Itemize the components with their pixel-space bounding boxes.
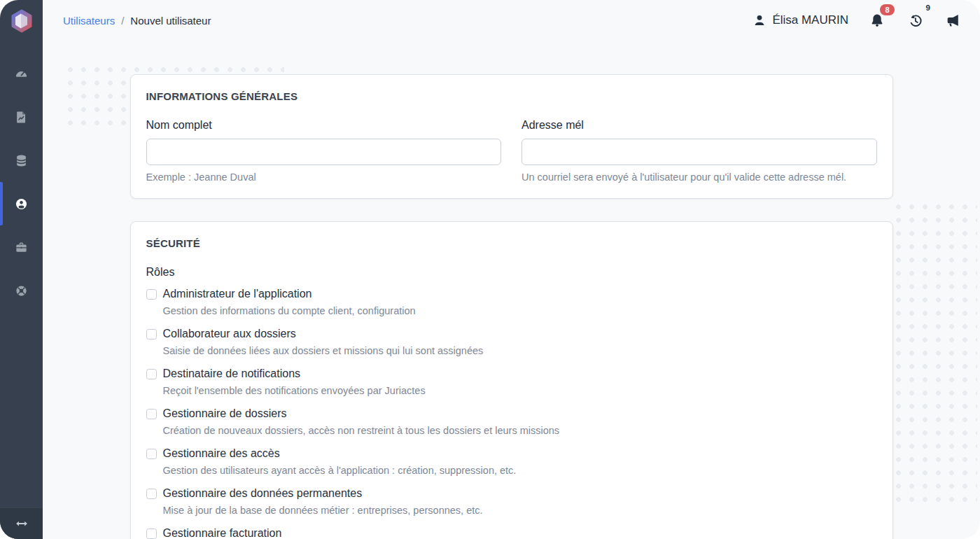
current-user-menu[interactable]: Élisa MAURIN [752, 13, 848, 27]
role-checkbox-gestionnaire-facturation[interactable] [146, 528, 157, 539]
role-label: Destinataire de notifications [163, 366, 301, 382]
security-card: SÉCURITÉ Rôles Administrateur de l'appli… [130, 221, 893, 539]
dashboard-gauge-icon [15, 67, 28, 80]
role-label: Gestionnaire des accès [163, 446, 280, 461]
sidebar-item-support[interactable] [0, 269, 43, 312]
role-description: Gestion des utilisateurs ayant accès à l… [146, 463, 877, 478]
breadcrumb-separator: / [121, 15, 124, 27]
role-row-gestionnaire-facturation: Gestionnaire facturation [146, 526, 877, 539]
email-field-group: Adresse mél Un courriel sera envoyé à l'… [522, 119, 877, 183]
app-logo[interactable] [10, 9, 33, 33]
history-button[interactable]: 9 [906, 11, 924, 29]
role-row-collaborateur: Collaborateur aux dossiers Saisie de don… [146, 326, 877, 358]
sidebar [0, 0, 43, 539]
role-row-administrateur: Administrateur de l'application Gestion … [146, 286, 877, 318]
role-checkbox-gestionnaire-donnees[interactable] [146, 489, 157, 499]
role-label: Administrateur de l'application [163, 286, 312, 302]
main-area: INFORMATIONS GÉNÉRALES Nom complet Exemp… [43, 41, 980, 539]
breadcrumb-link-utilisateurs[interactable]: Utilisateurs [63, 15, 115, 27]
full-name-input[interactable] [146, 139, 502, 165]
document-report-icon [15, 111, 28, 124]
role-label: Gestionnaire des données permanentes [163, 486, 363, 501]
breadcrumb-current-page: Nouvel utilisateur [130, 15, 211, 27]
sidebar-item-documents[interactable] [0, 95, 43, 139]
role-checkbox-gestionnaire-acces[interactable] [146, 449, 157, 459]
general-info-fields: Nom complet Exemple : Jeanne Duval Adres… [146, 119, 877, 183]
role-checkbox-administrateur[interactable] [146, 289, 157, 300]
sidebar-collapse-toggle[interactable] [0, 507, 43, 539]
role-label: Collaborateur aux dossiers [163, 326, 296, 342]
role-description: Gestion des informations du compte clien… [146, 303, 877, 318]
role-description: Saisie de données liées aux dossiers et … [146, 343, 877, 358]
history-count: 9 [926, 4, 930, 12]
email-label: Adresse mél [522, 119, 877, 132]
role-checkbox-gestionnaire-dossiers[interactable] [146, 409, 157, 419]
user-circle-icon [15, 197, 28, 211]
history-icon [907, 13, 923, 28]
bell-icon [869, 13, 885, 28]
user-icon [752, 13, 766, 27]
role-row-destinataire: Destinataire de notifications Reçoit l'e… [146, 366, 877, 398]
role-label: Gestionnaire de dossiers [163, 406, 287, 421]
general-info-card-title: INFORMATIONS GÉNÉRALES [146, 90, 877, 102]
hexagon-logo-icon [10, 9, 33, 33]
header-actions: Élisa MAURIN 8 9 [752, 11, 962, 29]
notifications-badge: 8 [880, 4, 895, 15]
role-label: Gestionnaire facturation [163, 526, 282, 539]
content-area: Utilisateurs / Nouvel utilisateur Élisa … [43, 0, 980, 539]
sidebar-item-briefcase[interactable] [0, 225, 43, 269]
role-description: Reçoit l'ensemble des notifications envo… [146, 383, 877, 398]
sidebar-item-dashboard[interactable] [0, 52, 43, 95]
sidebar-item-users[interactable] [0, 182, 43, 225]
security-card-title: SÉCURITÉ [146, 237, 877, 249]
role-description: Création de nouveaux dossiers, accès non… [146, 423, 877, 438]
sidebar-item-database[interactable] [0, 139, 43, 182]
resize-horizontal-icon [15, 519, 28, 528]
role-row-gestionnaire-acces: Gestionnaire des accès Gestion des utili… [146, 446, 877, 478]
current-user-name: Élisa MAURIN [772, 13, 848, 27]
full-name-field-group: Nom complet Exemple : Jeanne Duval [146, 119, 502, 183]
life-ring-icon [15, 284, 28, 298]
roles-label: Rôles [146, 266, 877, 279]
breadcrumb: Utilisateurs / Nouvel utilisateur [63, 15, 211, 27]
announcements-button[interactable] [944, 11, 962, 29]
role-row-gestionnaire-dossiers: Gestionnaire de dossiers Création de nou… [146, 406, 877, 438]
role-row-gestionnaire-donnees: Gestionnaire des données permanentes Mis… [146, 486, 877, 518]
role-checkbox-destinataire[interactable] [146, 369, 157, 379]
general-info-card: INFORMATIONS GÉNÉRALES Nom complet Exemp… [130, 74, 893, 199]
email-hint: Un courriel sera envoyé à l'utilisateur … [522, 172, 877, 183]
sidebar-nav [0, 52, 43, 312]
email-input[interactable] [522, 139, 877, 165]
notifications-button[interactable]: 8 [868, 11, 886, 29]
role-checkbox-collaborateur[interactable] [146, 329, 157, 340]
briefcase-icon [15, 241, 28, 254]
dot-pattern-right [892, 200, 977, 508]
full-name-hint: Exemple : Jeanne Duval [146, 172, 502, 183]
role-description: Mise à jour de la base de données métier… [146, 503, 877, 518]
megaphone-icon [945, 13, 960, 28]
app-window: Utilisateurs / Nouvel utilisateur Élisa … [0, 0, 980, 539]
top-header: Utilisateurs / Nouvel utilisateur Élisa … [43, 0, 980, 41]
database-icon [15, 154, 28, 167]
full-name-label: Nom complet [146, 119, 502, 132]
